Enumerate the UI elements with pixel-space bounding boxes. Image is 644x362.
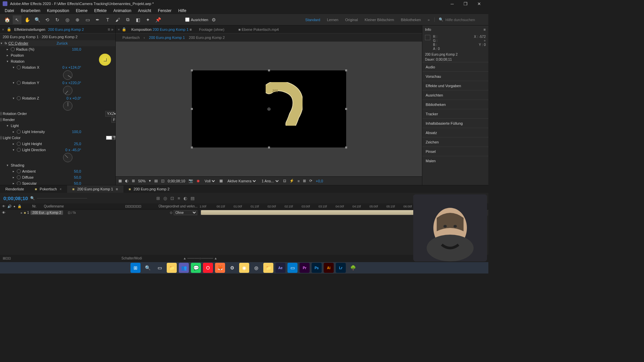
workspace-more-icon[interactable]: » [428, 18, 430, 22]
orbit-tool-icon[interactable]: ⟲ [43, 15, 52, 24]
rotation-x-value[interactable]: 0 x +124,0° [62, 65, 115, 69]
light-intensity-value[interactable]: 100,0 [72, 130, 115, 134]
lightroom-icon[interactable]: Lr [336, 263, 346, 273]
switches-modes-label[interactable]: Schalter/Modi [121, 256, 142, 260]
tab-renderliste[interactable]: Renderliste [0, 185, 30, 193]
minimize-button[interactable]: ─ [445, 0, 459, 7]
panel-fuellung[interactable]: Inhaltsbasierte Füllung [422, 118, 488, 128]
selection-tool-icon[interactable]: ↖ [13, 15, 21, 24]
photoshop-icon[interactable]: Ps [312, 263, 322, 273]
chevron-right-icon[interactable]: ▸ [21, 211, 22, 215]
light-direction-dial[interactable] [63, 153, 72, 162]
opera-icon[interactable]: O [203, 263, 213, 273]
tab-menu-icon[interactable]: ≡ [116, 187, 118, 191]
time-tick[interactable]: 05:15f [386, 205, 395, 208]
resolution-dropdown[interactable]: Voll [203, 179, 216, 183]
shy-icon[interactable]: ⊡ [170, 196, 174, 201]
selection-handle[interactable] [345, 146, 347, 148]
channel-icon[interactable]: ◐ [125, 179, 128, 183]
snap-checkbox[interactable] [185, 17, 190, 22]
rotation-y-value[interactable]: 0 x +220,0° [62, 81, 115, 85]
prop-rotation-group[interactable]: ▾ Rotation [0, 58, 115, 64]
nav-child[interactable]: 200 Euro.png Komp 2 [189, 36, 225, 40]
workspace-bibliotheken[interactable]: Bibliotheken [401, 18, 421, 22]
time-tick[interactable]: 01:15f [251, 205, 259, 208]
home-icon[interactable]: 🏠 [3, 15, 11, 24]
stopwatch-icon[interactable] [1, 112, 1, 116]
app-icon-3[interactable]: 🌳 [348, 263, 358, 273]
time-tick[interactable]: 04:00f [335, 205, 344, 208]
chevron-right-icon[interactable]: ▸ [13, 182, 17, 185]
timeline-icon[interactable]: ≡ [298, 179, 300, 183]
chevron-right-icon[interactable]: ▸ [13, 142, 17, 145]
time-tick[interactable]: 01:00f [233, 205, 242, 208]
pen-tool-icon[interactable]: ✒ [93, 15, 102, 24]
eye-icon[interactable]: 👁 [2, 204, 5, 208]
hand-tool-icon[interactable]: ✋ [23, 15, 32, 24]
puppet-tool-icon[interactable]: 📌 [154, 15, 162, 24]
panel-ausrichten[interactable]: Ausrichten [422, 90, 488, 100]
premiere-icon[interactable]: Pr [300, 263, 310, 273]
transparent-icon[interactable]: ▦ [219, 179, 223, 183]
rotation-order-dropdown[interactable]: YXZ▾ [105, 111, 115, 117]
time-tick[interactable]: 05:00f [369, 205, 378, 208]
selection-handle[interactable] [191, 69, 193, 71]
eye-icon[interactable]: 👁 [2, 211, 5, 215]
menu-effekte[interactable]: Effekte [91, 8, 110, 13]
selection-handle[interactable] [191, 108, 193, 110]
menu-komposition[interactable]: Komposition [44, 8, 72, 13]
rotation-y-dial[interactable] [63, 86, 72, 95]
camera-tool-icon[interactable]: ◎ [63, 15, 72, 24]
time-tick[interactable]: 1:00f [200, 205, 206, 208]
rotate-tool-icon[interactable]: ↻ [53, 15, 62, 24]
panel-effekte[interactable]: Effekte und Vorgaben [422, 81, 488, 90]
selection-handle[interactable] [191, 146, 193, 148]
shape-tool-icon[interactable]: ▭ [83, 15, 92, 24]
nav-pokertisch[interactable]: Pokertisch [122, 36, 140, 40]
toggle-in-out-icon[interactable]: ⊡ [8, 256, 11, 260]
chevron-down-icon[interactable]: ▾ [7, 124, 11, 127]
ebene-tab[interactable]: ■ Ebene Pokertisch.mp4 [236, 27, 281, 32]
help-search-input[interactable] [445, 18, 486, 22]
stopwatch-icon[interactable] [1, 136, 1, 140]
res-icon[interactable]: ▤ [154, 179, 158, 183]
time-tick[interactable]: 04:15f [353, 205, 361, 208]
tab-komp1[interactable]: ■200 Euro.png Komp 1≡ [67, 185, 123, 193]
panel-menu-icon[interactable]: ≡ » [108, 27, 113, 32]
panel-bibliotheken[interactable]: Bibliotheken [422, 100, 488, 109]
effects-tab-label[interactable]: Effekteinstellungen [14, 27, 45, 32]
start-button[interactable]: ⊞ [130, 263, 141, 273]
chevron-down-icon[interactable]: ▾ [13, 81, 17, 84]
firefox-icon[interactable]: 🦊 [215, 263, 225, 273]
teams-icon[interactable]: 👥 [179, 263, 189, 273]
panel-tracker[interactable]: Tracker [422, 109, 488, 118]
workspace-kleiner[interactable]: Kleiner Bildschirm [365, 18, 394, 22]
light-color-swatch[interactable] [106, 136, 115, 140]
fast-preview-icon[interactable]: ⚡ [289, 179, 294, 183]
panel-absatz[interactable]: Absatz [422, 128, 488, 137]
panel-vorschau[interactable]: Vorschau [422, 71, 488, 81]
after-effects-icon[interactable]: Ae [275, 263, 285, 273]
ambient-value[interactable]: 50,0 [74, 169, 115, 173]
rotation-x-dial[interactable] [63, 70, 72, 80]
views-dropdown[interactable]: 1 Ans... [260, 179, 280, 183]
chevron-down-icon[interactable]: ▾ [13, 97, 17, 100]
panel-audio[interactable]: Audio [422, 62, 488, 71]
chevron-right-icon[interactable]: ▸ [13, 130, 17, 133]
stopwatch-icon[interactable] [17, 148, 21, 152]
colorwheel-icon[interactable]: ◉ [197, 179, 200, 183]
camera-dropdown[interactable]: Aktive Kamera [226, 179, 257, 183]
lock-icon[interactable]: 🔒 [17, 204, 21, 208]
parent-dropdown[interactable]: Ohne [174, 210, 197, 215]
lock-icon[interactable]: 🔒 [122, 27, 126, 32]
mask-icon[interactable]: ◫ [161, 179, 164, 183]
selection-handle[interactable] [268, 69, 270, 71]
toggle-switches-icon[interactable]: ⊞ [3, 256, 5, 260]
zoom-value[interactable]: 50% [138, 179, 146, 183]
solo-icon[interactable]: ● [13, 204, 15, 208]
motion-blur-icon[interactable]: ◐ [183, 196, 187, 201]
timeline-search[interactable]: 🔍 [30, 196, 87, 200]
panel-menu-icon[interactable]: ≡ [484, 27, 486, 32]
stopwatch-icon[interactable] [17, 181, 21, 185]
reset-link[interactable]: Zurück [56, 41, 115, 45]
